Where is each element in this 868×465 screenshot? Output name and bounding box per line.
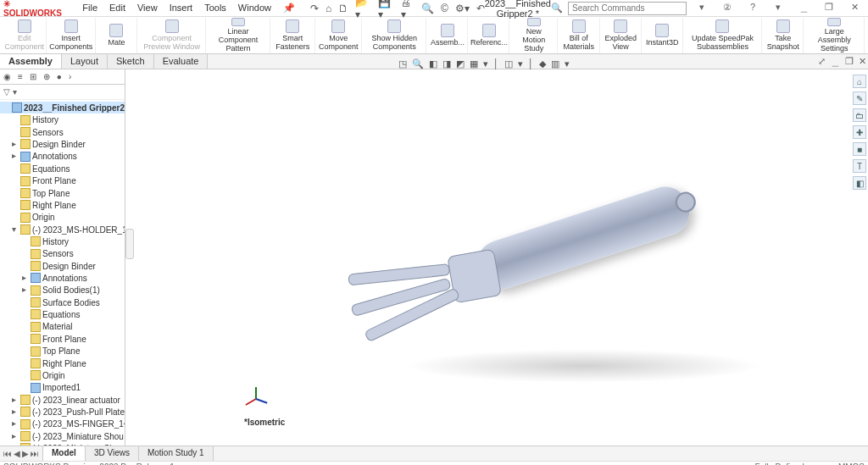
tree-node[interactable]: Top Plane bbox=[0, 187, 125, 199]
tree-node[interactable]: Right Plane bbox=[0, 199, 125, 211]
tree-node[interactable]: Equations bbox=[0, 308, 125, 320]
instant3d-button[interactable]: Instant3D bbox=[643, 18, 683, 53]
tree-node[interactable]: ▸(-) 2023_Miniature Shou bbox=[0, 430, 125, 442]
tree-node[interactable]: ▸Annotations bbox=[0, 272, 125, 284]
hud-dropdown-icon[interactable]: ▾ bbox=[565, 58, 570, 69]
taskpane-appearances-icon[interactable]: ■ bbox=[853, 142, 866, 156]
tree-node[interactable]: ▾(-) 2023_MS-HOLDER_1 bbox=[0, 224, 125, 235]
menu-pin-icon[interactable]: 📌 bbox=[278, 1, 300, 15]
tree-node[interactable]: Origin bbox=[0, 369, 125, 381]
doc-expand-icon[interactable]: ⤢ bbox=[818, 56, 826, 69]
tree-twisty-icon[interactable]: ▸ bbox=[22, 285, 31, 294]
menu-edit[interactable]: Edit bbox=[104, 1, 131, 15]
tab-assembly[interactable]: Assembly bbox=[0, 54, 62, 69]
hud-icon[interactable]: ◳ bbox=[398, 58, 407, 69]
feature-tree[interactable]: 2023__Finished Gripper2 (DHistorySensors… bbox=[0, 100, 125, 446]
tree-node[interactable]: History bbox=[0, 113, 125, 125]
tree-twisty-icon[interactable]: ▾ bbox=[12, 224, 20, 234]
qat-search-icon[interactable]: 🔍 bbox=[421, 3, 434, 14]
hud-icon[interactable]: ◫ bbox=[504, 58, 513, 69]
hud-icon[interactable]: ◧ bbox=[429, 58, 437, 69]
smart-fasteners-button[interactable]: Smart Fasteners bbox=[271, 18, 315, 53]
tree-node[interactable]: Origin bbox=[0, 211, 125, 223]
next-tab-icon[interactable]: ▶ bbox=[22, 449, 29, 458]
taskpane-resources-icon[interactable]: ⌂ bbox=[853, 75, 866, 88]
tree-node[interactable]: ▸(-) 2023_Push-Pull Plate bbox=[0, 406, 125, 418]
tree-node[interactable]: History bbox=[0, 235, 125, 247]
update-speedpak-button[interactable]: Update SpeedPak Subassemblies bbox=[684, 18, 763, 53]
doc-close-button[interactable]: ✕ bbox=[859, 56, 866, 69]
hud-icon[interactable]: ◩ bbox=[456, 58, 465, 69]
fm-tab-display-icon[interactable]: ● bbox=[57, 72, 62, 81]
tree-node[interactable]: ▸(-) 2023_MS-FINGER_1< bbox=[0, 418, 125, 429]
tree-twisty-icon[interactable]: ▸ bbox=[12, 443, 20, 446]
tree-twisty-icon[interactable]: ▸ bbox=[12, 395, 20, 404]
search-dropdown-icon[interactable]: ▾ bbox=[692, 2, 712, 15]
taskpane-file-explorer-icon[interactable]: 🗀 bbox=[853, 108, 866, 122]
hud-dropdown-icon[interactable]: ▾ bbox=[518, 58, 523, 69]
mate-button[interactable]: Mate bbox=[97, 18, 137, 53]
panel-splitter[interactable] bbox=[125, 229, 134, 259]
tree-node[interactable]: ▸(-) 2023_Miniature Shou bbox=[0, 442, 125, 446]
orientation-triad[interactable] bbox=[244, 386, 270, 412]
doc-maximize-button[interactable]: ❐ bbox=[845, 56, 854, 69]
taskpane-view-palette-icon[interactable]: ✚ bbox=[853, 125, 866, 139]
take-snapshot-button[interactable]: Take Snapshot bbox=[763, 18, 804, 53]
fm-tab-more-icon[interactable]: › bbox=[69, 72, 71, 81]
tree-node[interactable]: Front Plane bbox=[0, 333, 125, 345]
minimize-button[interactable]: ＿ bbox=[793, 2, 814, 15]
insert-components-button[interactable]: Insert Components bbox=[47, 18, 96, 53]
tree-node[interactable]: Sensors bbox=[0, 247, 125, 259]
bill-of-materials-button[interactable]: Bill of Materials bbox=[559, 18, 600, 53]
qat-options-icon[interactable]: ⚙▾ bbox=[455, 3, 470, 14]
tree-node[interactable]: Front Plane bbox=[0, 174, 125, 186]
menu-view[interactable]: View bbox=[132, 1, 163, 15]
tree-twisty-icon[interactable]: ▸ bbox=[12, 139, 20, 148]
bottom-tab-motion-study[interactable]: Motion Study 1 bbox=[139, 446, 214, 461]
tree-node[interactable]: Top Plane bbox=[0, 345, 125, 357]
prev-tab-icon[interactable]: ◀ bbox=[14, 449, 20, 458]
tree-node[interactable]: Material bbox=[0, 320, 125, 332]
qat-new-icon[interactable]: 🗋 bbox=[338, 3, 348, 14]
tree-twisty-icon[interactable]: ▸ bbox=[12, 151, 20, 160]
doc-minimize-button[interactable]: ＿ bbox=[831, 56, 840, 69]
tree-node[interactable]: Sensors bbox=[0, 126, 125, 138]
menu-tools[interactable]: Tools bbox=[199, 1, 231, 15]
tree-node[interactable]: Surface Bodies bbox=[0, 296, 125, 308]
help-dropdown-icon[interactable]: ▾ bbox=[768, 2, 788, 15]
tree-twisty-icon[interactable]: ▸ bbox=[12, 407, 20, 416]
fm-tab-tree-icon[interactable]: ◉ bbox=[3, 72, 11, 81]
linear-component-pattern-button[interactable]: Linear Component Pattern bbox=[207, 18, 270, 53]
fm-tab-config-icon[interactable]: ⊞ bbox=[30, 72, 36, 81]
menu-file[interactable]: File bbox=[77, 1, 103, 15]
feature-manager-filter[interactable]: ▽ ▾ bbox=[0, 85, 125, 100]
tree-node[interactable]: Imported1 bbox=[0, 381, 125, 393]
search-commands-input[interactable] bbox=[568, 2, 687, 15]
move-component-button[interactable]: Move Component bbox=[316, 18, 362, 53]
taskpane-custom-properties-icon[interactable]: T bbox=[853, 159, 866, 173]
tree-node[interactable]: Right Plane bbox=[0, 357, 125, 369]
hud-icon[interactable]: ◨ bbox=[442, 58, 451, 69]
hud-icon[interactable]: ▥ bbox=[551, 58, 559, 69]
notification-icon[interactable]: ② bbox=[717, 2, 737, 15]
taskpane-design-library-icon[interactable]: ✎ bbox=[853, 91, 866, 105]
hud-zoom-icon[interactable]: 🔍 bbox=[412, 58, 424, 69]
tree-node[interactable]: Design Binder bbox=[0, 260, 125, 272]
new-motion-study-button[interactable]: New Motion Study bbox=[510, 18, 558, 53]
close-button[interactable]: ✕ bbox=[844, 2, 865, 15]
tree-twisty-icon[interactable]: ▸ bbox=[22, 273, 31, 282]
qat-icon[interactable]: ↷ bbox=[310, 3, 319, 14]
exploded-view-button[interactable]: Exploded View bbox=[601, 18, 642, 53]
hud-display-style-icon[interactable]: ▦ bbox=[470, 58, 478, 69]
qat-icon[interactable]: © bbox=[441, 3, 448, 14]
tree-node[interactable]: ▸Design Binder bbox=[0, 138, 125, 150]
help-icon[interactable]: ? bbox=[743, 2, 763, 15]
menu-window[interactable]: Window bbox=[233, 1, 276, 15]
menu-insert[interactable]: Insert bbox=[164, 1, 198, 15]
graphics-viewport[interactable]: *Isometric bbox=[125, 69, 868, 446]
last-tab-icon[interactable]: ⏭ bbox=[31, 449, 39, 458]
bottom-tab-model[interactable]: Model bbox=[43, 446, 86, 461]
tree-twisty-icon[interactable]: ▸ bbox=[12, 418, 20, 428]
tree-node[interactable]: ▸Annotations bbox=[0, 150, 125, 162]
assembly-features-button[interactable]: Assemb... bbox=[427, 18, 468, 53]
